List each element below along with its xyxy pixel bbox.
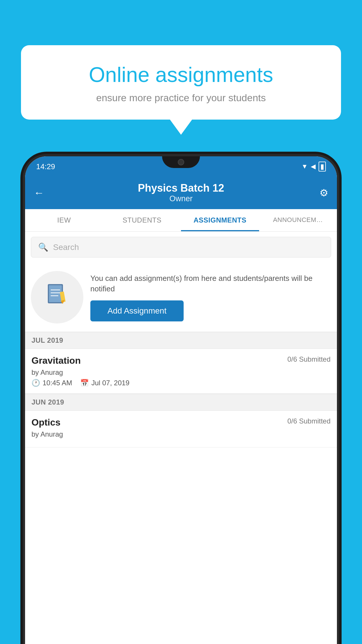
front-camera bbox=[178, 159, 184, 165]
search-input[interactable]: Search bbox=[53, 243, 79, 252]
calendar-icon: 📅 bbox=[80, 379, 89, 387]
optics-by: by Anurag bbox=[31, 430, 331, 438]
tab-assignments[interactable]: ASSIGNMENTS bbox=[181, 209, 259, 231]
phone-screen: 14:29 ▼ ◀ ▮ ← Physics Ba bbox=[25, 156, 337, 644]
add-assignment-section: You can add assignment(s) from here and … bbox=[25, 263, 337, 332]
section-header-jul: JUL 2019 bbox=[25, 332, 337, 349]
optics-name: Optics bbox=[31, 417, 61, 428]
settings-button[interactable]: ⚙ bbox=[314, 187, 328, 199]
signal-icon: ◀ bbox=[311, 163, 316, 170]
screen-content: 🔍 Search bbox=[25, 232, 337, 644]
assignment-info: You can add assignment(s) from here and … bbox=[90, 273, 331, 322]
svg-rect-1 bbox=[49, 285, 62, 302]
assignment-icon bbox=[45, 283, 69, 312]
assignment-item-gravitation[interactable]: Gravitation 0/6 Submitted by Anurag 🕐 10… bbox=[25, 349, 337, 394]
section-header-jun: JUN 2019 bbox=[25, 394, 337, 411]
assignment-by: by Anurag bbox=[31, 368, 331, 377]
batch-subtitle: Owner bbox=[48, 194, 314, 203]
search-icon: 🔍 bbox=[38, 242, 48, 252]
assignment-name: Gravitation bbox=[31, 355, 81, 366]
speech-bubble: Online assignments ensure more practice … bbox=[21, 45, 341, 120]
assignment-description: You can add assignment(s) from here and … bbox=[90, 273, 331, 294]
search-bar[interactable]: 🔍 Search bbox=[31, 237, 331, 258]
tabs-bar: IEW STUDENTS ASSIGNMENTS ANNOUNCEM… bbox=[25, 209, 337, 232]
phone-frame: 14:29 ▼ ◀ ▮ ← Physics Ba bbox=[20, 152, 342, 644]
add-assignment-button[interactable]: Add Assignment bbox=[90, 300, 184, 321]
assignment-submitted: 0/6 Submitted bbox=[287, 355, 331, 363]
search-bar-wrapper: 🔍 Search bbox=[25, 232, 337, 263]
optics-submitted: 0/6 Submitted bbox=[287, 417, 331, 425]
time-value: 10:45 AM bbox=[43, 379, 72, 387]
back-button[interactable]: ← bbox=[34, 187, 48, 199]
status-icons: ▼ ◀ ▮ bbox=[301, 162, 326, 172]
assignment-date: 📅 Jul 07, 2019 bbox=[80, 379, 129, 387]
tab-announcements[interactable]: ANNOUNCEM… bbox=[259, 209, 337, 231]
speech-bubble-subtitle: ensure more practice for your students bbox=[41, 92, 321, 104]
battery-icon: ▮ bbox=[319, 162, 326, 172]
speech-bubble-arrow bbox=[170, 120, 192, 135]
speech-bubble-title: Online assignments bbox=[41, 63, 321, 87]
assignment-item-header: Gravitation 0/6 Submitted bbox=[31, 355, 331, 366]
header-title-block: Physics Batch 12 Owner bbox=[48, 182, 314, 203]
assignment-time: 🕐 10:45 AM bbox=[31, 379, 72, 387]
tab-students[interactable]: STUDENTS bbox=[103, 209, 181, 231]
clock-icon: 🕐 bbox=[31, 379, 40, 387]
app-header: ← Physics Batch 12 Owner ⚙ bbox=[25, 177, 337, 209]
wifi-icon: ▼ bbox=[301, 163, 308, 170]
phone-notch bbox=[162, 156, 200, 168]
phone-border: 14:29 ▼ ◀ ▮ ← Physics Ba bbox=[23, 154, 339, 644]
tab-overview[interactable]: IEW bbox=[25, 209, 103, 231]
batch-title: Physics Batch 12 bbox=[48, 182, 314, 194]
assignment-icon-circle bbox=[31, 271, 83, 323]
assignment-meta: 🕐 10:45 AM 📅 Jul 07, 2019 bbox=[31, 379, 331, 387]
status-time: 14:29 bbox=[36, 162, 55, 171]
status-bar: 14:29 ▼ ◀ ▮ bbox=[25, 156, 337, 177]
speech-bubble-container: Online assignments ensure more practice … bbox=[21, 45, 341, 135]
assignment-item-optics[interactable]: Optics 0/6 Submitted by Anurag bbox=[25, 411, 337, 447]
date-value: Jul 07, 2019 bbox=[91, 379, 129, 387]
optics-item-header: Optics 0/6 Submitted bbox=[31, 417, 331, 428]
